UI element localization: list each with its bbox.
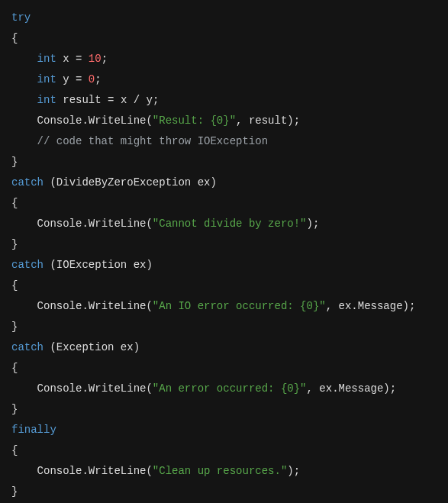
code-line: Console.WriteLine("Result: {0}", result)…: [11, 111, 437, 131]
ident-y: y: [63, 73, 69, 85]
code-line: Console.WriteLine("Cannot divide by zero…: [11, 214, 437, 234]
string-literal: "Cannot divide by zero!": [153, 218, 307, 230]
method-writeline: WriteLine: [89, 465, 147, 477]
code-line: }: [11, 482, 437, 502]
brace-close: }: [11, 485, 18, 498]
brace-close: }: [11, 403, 18, 415]
type-dividebyzero: DivideByZeroException: [56, 176, 191, 189]
code-line: int result = x / y;: [11, 90, 437, 111]
number-literal: 0: [89, 73, 95, 85]
code-line: {: [11, 358, 437, 379]
code-line: {: [11, 193, 437, 214]
brace-open: {: [11, 197, 18, 209]
code-line: catch (IOException ex): [11, 255, 437, 276]
brace-open: {: [11, 362, 18, 374]
type-ioexception: IOException: [56, 259, 127, 271]
keyword-int: int: [37, 73, 56, 85]
code-line: }: [11, 317, 437, 337]
class-console: Console: [37, 465, 82, 477]
keyword-finally: finally: [11, 424, 56, 436]
string-literal: "Clean up resources.": [153, 465, 287, 477]
code-line: }: [11, 399, 437, 420]
code-line: {: [11, 440, 437, 461]
code-line: {: [11, 28, 437, 49]
number-literal: 10: [89, 53, 102, 65]
class-console: Console: [37, 114, 82, 127]
keyword-int: int: [37, 94, 56, 106]
code-line: int y = 0;: [11, 69, 437, 90]
method-writeline: WriteLine: [89, 382, 147, 395]
code-line: catch (Exception ex): [11, 337, 437, 358]
method-writeline: WriteLine: [89, 114, 147, 127]
string-literal: "An error occurred: {0}": [153, 382, 307, 395]
class-console: Console: [37, 300, 82, 312]
comment: // code that might throw IOException: [37, 135, 268, 147]
keyword-try: try: [11, 11, 31, 24]
code-line: Console.WriteLine("Clean up resources.")…: [11, 461, 437, 482]
code-line: Console.WriteLine("An error occurred: {0…: [11, 379, 437, 399]
ident-result: result: [63, 94, 101, 106]
code-line: {: [11, 276, 437, 296]
brace-open: {: [11, 279, 18, 292]
prop-message: Message: [339, 382, 384, 395]
code-block: try { int x = 10; int y = 0; int result …: [11, 8, 437, 502]
code-line: int x = 10;: [11, 49, 437, 69]
code-line: // code that might throw IOException: [11, 131, 437, 152]
code-line: catch (DivideByZeroException ex): [11, 173, 437, 193]
class-console: Console: [37, 382, 82, 395]
keyword-catch: catch: [11, 259, 44, 271]
brace-close: }: [11, 238, 18, 250]
string-literal: "An IO error occurred: {0}": [153, 300, 326, 312]
code-line: try: [11, 8, 437, 28]
code-line: Console.WriteLine("An IO error occurred:…: [11, 296, 437, 317]
code-line: finally: [11, 420, 437, 440]
code-line: }: [11, 152, 437, 173]
method-writeline: WriteLine: [89, 218, 147, 230]
brace-open: {: [11, 32, 18, 44]
brace-close: }: [11, 156, 18, 168]
brace-close: }: [11, 321, 18, 333]
brace-open: {: [11, 444, 18, 456]
class-console: Console: [37, 218, 82, 230]
method-writeline: WriteLine: [89, 300, 147, 312]
keyword-catch: catch: [11, 176, 44, 189]
prop-message: Message: [358, 300, 403, 312]
keyword-int: int: [37, 53, 56, 65]
type-exception: Exception: [56, 341, 114, 353]
code-line: }: [11, 234, 437, 255]
keyword-catch: catch: [11, 341, 44, 353]
string-literal: "Result: {0}": [153, 114, 236, 127]
ident-x: x: [63, 53, 69, 65]
